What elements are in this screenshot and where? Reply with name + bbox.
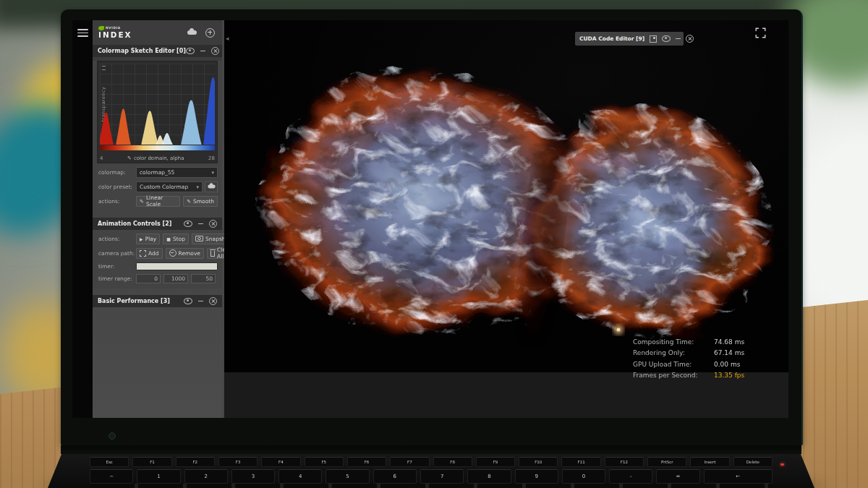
preset-select-value: Custom Colormap [140,184,188,190]
alpha-peak[interactable] [161,133,173,145]
nvidia-index-logo: NVIDIA INDEX [98,26,132,39]
cloud-upload-icon [208,185,215,189]
camera-path-add-button[interactable]: Add [136,248,163,259]
stat-label: Rendering Only: [633,349,714,356]
supernova-volume-render [242,59,774,372]
camera-path-remove-button[interactable]: Remove [166,248,204,259]
colormap-panel-header[interactable]: Colormap Sketch Editor [0] [93,45,222,57]
alpha-peak[interactable] [141,111,158,145]
keyboard-key: Esc [90,457,129,467]
keyboard-key: F1 [132,457,171,467]
stat-label: GPU Upload Time: [633,361,714,368]
add-label: Add [148,250,159,257]
play-icon [140,236,143,242]
menu-icon[interactable] [77,29,88,37]
keyboard-key: F6 [347,457,386,467]
alpha-peak[interactable] [116,108,131,145]
cuda-editor-title: CUDA Code Editor [9] [579,35,644,42]
brand-nvidia: NVIDIA [106,27,121,30]
smooth-button[interactable]: Smooth [183,196,218,207]
minimize-icon[interactable] [676,38,681,40]
fullscreen-icon[interactable] [755,27,766,38]
collapse-sidebar-icon[interactable] [226,30,229,43]
pencil-icon [140,198,144,205]
brand-index: INDEX [98,31,132,39]
keyboard-key: 3 [231,469,275,484]
laptop-lid: NVIDIA INDEX Colormap Sketch Editor [0] [61,9,803,445]
performance-panel-header[interactable]: Basic Performance [3] [93,295,222,307]
performance-panel-title: Basic Performance [3] [98,298,170,304]
laptop-hinge [61,445,801,454]
keyboard-key: F8 [433,457,472,467]
cuda-code-editor-titlebar[interactable]: CUDA Code Editor [9] [575,32,684,46]
trash-icon [210,251,215,257]
stat-value: 13.35 fps [714,372,744,379]
timer-range-step-input[interactable] [191,274,216,283]
close-icon[interactable] [209,220,217,228]
keyboard-key: 6 [373,469,417,484]
stat-row: Rendering Only:67.14 ms [633,348,778,359]
add-panel-icon[interactable] [205,28,215,38]
keyboard-key: 4 [278,469,322,484]
keyboard-key: PrtScr [647,457,686,467]
color-preset-select[interactable]: Custom Colormap [136,181,203,192]
close-icon[interactable] [686,35,694,43]
stop-button[interactable]: Stop [163,234,189,244]
timer-range-min-input[interactable] [136,274,161,283]
keyboard-key: Delete [733,457,773,467]
colormap-select[interactable]: colormap_55 [136,167,218,178]
alpha-sketch-plot[interactable]: transparency [100,64,215,145]
linear-scale-button[interactable]: Linear Scale [136,196,180,207]
colormap-panel-body: transparency 4 color domain, alpha 28 [93,61,222,211]
eye-icon[interactable] [184,221,192,227]
colormap-gradient-bar[interactable] [100,145,215,150]
colormap-panel: Colormap Sketch Editor [0] transparency [93,45,222,211]
stat-row: GPU Upload Time:0.00 ms [633,359,778,370]
preset-cloud-button[interactable] [205,181,218,192]
anim-actions-label: actions: [98,236,136,242]
keyboard-key: F10 [519,457,558,467]
animation-panel-header[interactable]: Animation Controls [2] [93,218,222,230]
eye-icon[interactable] [184,298,192,304]
eye-icon[interactable] [662,35,671,42]
keyboard-key: 8 [467,469,511,484]
close-icon[interactable] [211,47,219,55]
app-left-strip [72,20,93,418]
minimize-icon[interactable] [198,223,203,225]
keyboard-key: F2 [176,457,215,467]
sidebar: NVIDIA INDEX Colormap Sketch Editor [0] [93,20,224,418]
keyboard-key: ~ [90,469,133,484]
timer-slider[interactable] [136,262,218,270]
keyboard-key: F11 [561,457,600,467]
close-icon[interactable] [209,297,217,305]
timer-range-max-input[interactable] [163,274,188,283]
keyboard-key: 0 [562,469,605,484]
alpha-peak[interactable] [100,112,114,145]
minimize-icon[interactable] [198,301,203,302]
cloud-upload-icon[interactable] [187,30,197,35]
keyboard-key: F5 [305,457,344,467]
performance-panel: Basic Performance [3] [93,295,222,307]
alpha-peak[interactable] [203,77,215,145]
preset-label: color preset: [98,184,136,190]
stat-row: Frames per Second:13.35 fps [633,370,778,382]
eye-icon[interactable] [186,48,195,54]
alpha-peaks [100,64,215,145]
render-stats: Compositing Time:74.68 msRendering Only:… [633,336,778,381]
dashed-add-icon [140,250,146,257]
stat-label: Compositing Time: [633,338,714,346]
render-viewport[interactable]: CUDA Code Editor [9] [224,20,788,372]
keyboard-key: = [656,469,699,484]
keyboard-key: 5 [326,469,369,484]
power-led [780,463,784,466]
laptop-base: EscF1F2F3F4F5F6F7F8F9F10F11F12PrtScrInse… [48,454,814,488]
alpha-peak[interactable] [181,100,202,145]
play-button[interactable]: Play [136,234,160,244]
stat-value: 74.68 ms [714,338,744,346]
animation-panel-title: Animation Controls [2] [98,221,171,227]
remove-label: Remove [179,250,200,257]
minimize-icon[interactable] [200,51,205,52]
stat-value: 0.00 ms [714,361,740,368]
keyboard-key: F4 [261,457,300,467]
popout-icon[interactable] [650,35,657,43]
